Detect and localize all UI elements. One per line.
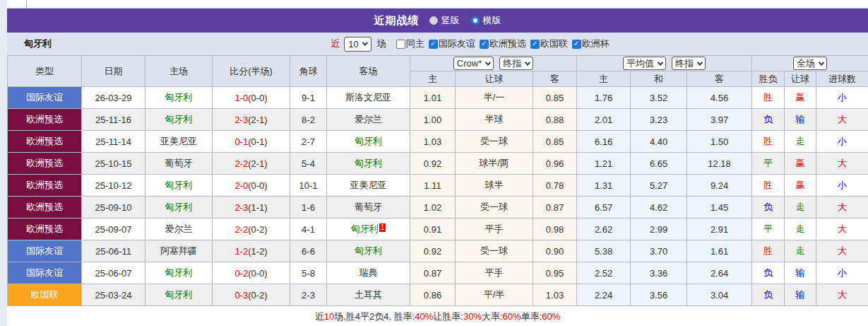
corner-count: 2-3	[290, 284, 327, 306]
away-team: 匈牙利	[327, 131, 410, 153]
team-name-label: 匈牙利	[24, 37, 52, 50]
summary-segment: 40%	[415, 311, 433, 322]
halftime-score: (0-0)	[248, 268, 267, 279]
avg-home: 2.62	[577, 219, 631, 240]
header-away: 客场	[327, 56, 410, 87]
summary-segment: 大率:	[482, 310, 503, 323]
odds-away: 0.78	[533, 175, 577, 197]
goals-result: 大	[816, 240, 868, 262]
match-type-badge: 欧洲预选	[8, 197, 82, 219]
odds-home: 0.87	[410, 262, 456, 284]
avg-stage-select[interactable]: 终指	[672, 57, 706, 70]
avg-away: 1.61	[687, 240, 752, 262]
handicap-result: 赢	[785, 87, 816, 109]
summary-segment: 30%	[463, 311, 482, 322]
avg-home: 5.38	[577, 240, 631, 262]
avg-away: 12.18	[687, 153, 752, 175]
odds-away: 0.95	[533, 262, 577, 284]
recent-label: 近	[331, 37, 340, 50]
odds-handicap: 半/一	[456, 87, 533, 109]
odds-handicap: 球半	[456, 175, 533, 197]
halftime-score: (1-2)	[248, 246, 267, 257]
summary-segment: 60%	[503, 311, 521, 322]
avg-home: 2.52	[577, 262, 631, 284]
avg-home: 1.31	[577, 175, 631, 197]
avg-draw: 6.65	[631, 153, 687, 175]
match-type-badge: 国际友谊	[8, 240, 82, 262]
winloss-result: 胜	[752, 131, 785, 153]
avg-home: 6.57	[577, 197, 631, 219]
match-date: 26-03-29	[82, 87, 145, 109]
avg-draw: 2.99	[631, 219, 687, 240]
away-team-name: 斯洛文尼亚	[345, 92, 391, 103]
header-home: 主场	[145, 56, 213, 87]
fulltime-score: 1-2	[234, 246, 248, 257]
goals-result: 大	[816, 109, 868, 131]
header-score: 比分(半场)	[213, 56, 290, 87]
odds-away: 0.87	[533, 197, 577, 219]
odds-handicap: 受一球	[456, 240, 533, 262]
away-team: 匈牙利	[327, 153, 410, 175]
main-content: 近期战绩 竖版横版 匈牙利 近 10 场 同主✓国际友谊✓欧洲预选✓欧国联✓欧洲…	[7, 0, 868, 326]
checkbox-label: 欧国联	[540, 37, 568, 50]
goals-result: 大	[816, 284, 868, 306]
subheader-avg-home: 主	[577, 71, 631, 87]
home-team: 阿塞拜疆	[145, 240, 213, 262]
match-type-badge: 欧洲预选	[8, 131, 82, 153]
checkbox-checked[interactable]: ✓	[429, 40, 438, 49]
bookmaker-select[interactable]: Crow*	[453, 57, 494, 70]
checkbox-unchecked[interactable]	[396, 40, 405, 49]
checkbox-checked[interactable]: ✓	[530, 40, 540, 49]
view-mode-label: 竖版	[441, 14, 460, 27]
odds-handicap: 平手	[456, 219, 533, 240]
match-score: 2-3(2-1)	[213, 109, 290, 131]
odds-home: 1.01	[410, 87, 456, 109]
winloss-result: 负	[752, 197, 785, 219]
home-team-name: 匈牙利	[165, 289, 193, 300]
top-band	[7, 0, 868, 8]
odds-home: 0.92	[410, 153, 456, 175]
radio-icon	[429, 16, 438, 25]
halftime-score: (2-1)	[248, 158, 267, 169]
odds-handicap: 球半/两	[456, 153, 533, 175]
header-corner: 角球	[290, 56, 327, 87]
checkbox-checked[interactable]: ✓	[572, 40, 581, 49]
match-row: 国际友谊25-06-07匈牙利0-2(0-0)5-8瑞典0.87平手0.952.…	[8, 262, 868, 284]
away-team: 葡萄牙	[327, 197, 410, 219]
odds-stage-select[interactable]: 终指	[499, 57, 533, 70]
subheader-avg-away: 客	[687, 71, 752, 87]
match-score: 2-0(0-0)	[213, 175, 290, 197]
view-mode-option-vertical[interactable]: 竖版	[429, 14, 460, 27]
home-team-name: 亚美尼亚	[160, 136, 197, 146]
goals-result: 小	[816, 262, 868, 284]
odds-away: 0.90	[533, 240, 577, 262]
avg-home: 2.24	[577, 284, 631, 306]
avg-draw: 3.70	[631, 240, 687, 262]
fulltime-score: 2-2	[234, 158, 248, 169]
away-team: 瑞典	[327, 262, 410, 284]
recent-count-select[interactable]: 10	[344, 37, 371, 52]
view-mode-option-horizontal[interactable]: 横版	[471, 14, 501, 27]
avg-draw: 4.40	[631, 131, 687, 153]
period-select[interactable]: 全场	[793, 57, 827, 70]
corner-count: 1-6	[290, 197, 327, 219]
home-team-name: 匈牙利	[165, 180, 193, 190]
match-score: 2-3(1-1)	[213, 197, 290, 219]
filter-bar: 匈牙利 近 10 场 同主✓国际友谊✓欧洲预选✓欧国联✓欧洲杯	[7, 33, 868, 55]
away-team: 斯洛文尼亚	[327, 87, 410, 109]
summary-segment: 单率:	[521, 310, 542, 323]
avg-home: 1.21	[577, 153, 631, 175]
goals-result: 小	[816, 131, 868, 153]
home-team: 爱尔兰	[145, 219, 213, 240]
avg-draw: 3.23	[631, 109, 687, 131]
avg-home: 6.16	[577, 131, 631, 153]
handicap-result: 赢	[785, 153, 816, 175]
summary-footer: 近10场,胜4平2负4, 胜率:40% 让胜率:30% 大率:60% 单率:60…	[7, 306, 868, 326]
average-odds-select[interactable]: 平均值	[623, 57, 666, 70]
checkbox-checked[interactable]: ✓	[480, 40, 489, 49]
fulltime-score: 2-2	[234, 224, 248, 235]
goals-result: 小	[816, 175, 868, 197]
match-type-badge: 欧洲预选	[8, 175, 82, 197]
subheader-odds-away: 客	[533, 71, 577, 87]
corner-count: 4-1	[290, 219, 327, 240]
